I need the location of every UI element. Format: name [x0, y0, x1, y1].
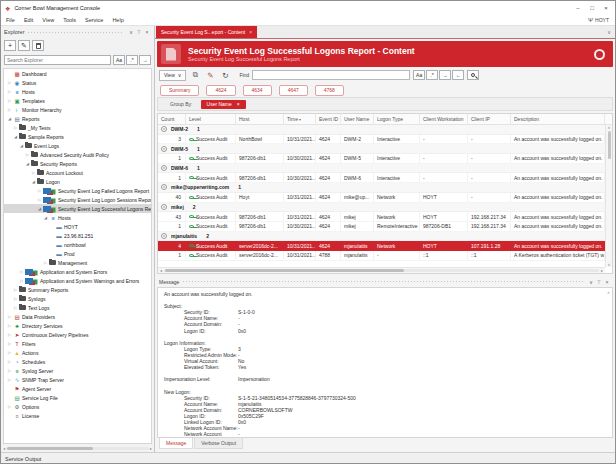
menu-view[interactable]: View [42, 17, 54, 23]
expander-icon[interactable]: ▷ [18, 269, 25, 274]
tree-item-agent-server[interactable]: ⚑Agent Server [4, 384, 151, 393]
table-row[interactable]: 1Success Audit987206-db110/30/2021...462… [158, 154, 605, 164]
tree-item-hosts[interactable]: ◢≡Hosts [4, 213, 151, 222]
add-button[interactable]: + [4, 40, 16, 51]
column-header-time[interactable]: Time ▾ [284, 114, 316, 124]
table-row[interactable]: 43Success Audit987206-db110/31/2021...46… [158, 212, 605, 222]
group-row-dwm-6[interactable]: ∧DWM-61 [158, 164, 605, 174]
menu-tools[interactable]: Tools [63, 17, 76, 23]
tree-item-prod[interactable]: ▬Prod [4, 249, 151, 258]
expander-icon[interactable]: ▷ [6, 314, 13, 319]
expander-icon[interactable]: ▷ [6, 341, 13, 346]
scroll-right-icon[interactable]: ▸ [150, 446, 152, 451]
chevron-down-icon[interactable]: ∨ [127, 29, 135, 35]
tree-item-my-tests[interactable]: ▷_My Tests [4, 123, 151, 132]
menu-help[interactable]: Help [112, 17, 123, 23]
search-button[interactable] [467, 70, 479, 80]
close-panel-icon[interactable]: × [143, 29, 151, 35]
tree-item-text-logs[interactable]: ▷Text Logs [4, 303, 151, 312]
view-dropdown[interactable]: View ∨ [159, 70, 186, 81]
scrollbar-thumb[interactable] [608, 131, 611, 159]
tree-item-hosts[interactable]: ▷≡Hosts [4, 87, 151, 96]
tree-item-snmp-trap-server[interactable]: ▷∿SNMP Trap Server [4, 375, 151, 384]
expander-icon[interactable]: ▷ [6, 359, 13, 364]
tree-item-security-event-log-failed-logons-report[interactable]: ▷Security Event Log Failed Logons Report [4, 186, 151, 195]
scrollbar-track[interactable] [164, 269, 599, 272]
collapse-group-icon[interactable]: ∧ [161, 204, 167, 210]
collapse-group-icon[interactable]: ∧ [161, 146, 167, 152]
tree-item-security-reports[interactable]: ◢Security Reports [4, 159, 151, 168]
close-button[interactable]: × [599, 5, 613, 11]
expander-icon[interactable]: ▷ [6, 98, 13, 103]
pin-icon[interactable]: ⊤ [595, 279, 603, 285]
close-panel-icon[interactable]: × [603, 279, 611, 285]
tree-item-security-event-log-logon-sessions-report[interactable]: ▷Security Event Log Logon Sessions Repor… [4, 195, 151, 204]
group-row-dwm-2[interactable]: ∧DWM-21 [158, 125, 605, 135]
copy-button[interactable]: ⧉ [189, 70, 201, 81]
tree-item-event-logs[interactable]: ◢Event Logs [4, 141, 151, 150]
delete-button[interactable] [32, 40, 44, 51]
expander-icon[interactable]: ▷ [6, 89, 13, 94]
tab-verbose-output[interactable]: Verbose Output [194, 438, 243, 449]
tab-close-icon[interactable]: × [249, 29, 252, 35]
chevron-down-icon[interactable]: ∨ [587, 279, 595, 285]
scrollbar-thumb[interactable] [165, 269, 404, 272]
expander-icon[interactable]: ▷ [42, 260, 49, 265]
tab-list-chevron-icon[interactable]: ∨ [607, 29, 611, 35]
column-header-user-name[interactable]: User Name [341, 114, 374, 124]
expander-icon[interactable]: ▷ [6, 80, 13, 85]
table-horizontal-scrollbar[interactable]: ◂ ▸ [158, 267, 605, 273]
collapse-group-icon[interactable]: ∧ [161, 233, 167, 239]
search-input[interactable] [4, 55, 111, 65]
expander-icon[interactable]: ◢ [30, 179, 37, 184]
group-row-mjanulaitis[interactable]: ∧mjanulaitis2 [158, 232, 605, 242]
tree-item-reports[interactable]: ◢▤Reports [4, 114, 151, 123]
expander-icon[interactable]: ◢ [36, 206, 43, 211]
remove-group-icon[interactable]: × [237, 101, 240, 107]
tree-item-advanced-security-audit-policy[interactable]: ▷Advanced Security Audit Policy [4, 150, 151, 159]
collapse-group-icon[interactable]: ∧ [161, 184, 167, 190]
tab-message[interactable]: Message [159, 438, 193, 449]
expander-icon[interactable]: ▷ [6, 323, 13, 328]
expander-icon[interactable]: ▷ [6, 350, 13, 355]
expander-icon[interactable]: ▷ [12, 305, 19, 310]
tree-item-templates[interactable]: ▷▣Templates [4, 96, 151, 105]
tree-item-23-96-81-251[interactable]: ▬23.96.81.251 [4, 231, 151, 240]
tree-item-data-providers[interactable]: ▷▤Data Providers [4, 312, 151, 321]
tree-item-sample-reports[interactable]: ◢Sample Reports [4, 132, 151, 141]
scrollbar-track[interactable] [6, 447, 149, 450]
expander-icon[interactable]: ▷ [6, 377, 13, 382]
expander-icon[interactable]: ◢ [18, 143, 25, 148]
column-header-count[interactable]: Count [158, 114, 186, 124]
refresh-button[interactable]: ↻ [219, 70, 231, 81]
expander-icon[interactable]: ◢ [12, 134, 19, 139]
column-header-logon-type[interactable]: Logon Type [374, 114, 420, 124]
expander-icon[interactable]: ▷ [12, 296, 19, 301]
edit-button[interactable]: ✎ [18, 40, 30, 51]
expander-icon[interactable]: ◢ [42, 215, 49, 220]
column-header-client-workstation[interactable]: Client Workstation [420, 114, 468, 124]
scrollbar-thumb[interactable] [7, 447, 93, 450]
scroll-right-icon[interactable]: ▸ [601, 268, 603, 273]
scroll-left-icon[interactable]: ◂ [160, 268, 162, 273]
expander-icon[interactable]: ▷ [24, 152, 31, 157]
scroll-up-icon[interactable]: ∧ [607, 290, 610, 295]
column-header-level[interactable]: Level [186, 114, 236, 124]
tree-item-options[interactable]: ▷⚙Options [4, 402, 151, 411]
group-row-mikej[interactable]: ∧mikej2 [158, 203, 605, 213]
expander-icon[interactable]: ▷ [6, 332, 13, 337]
column-header-description[interactable]: Description [511, 114, 605, 124]
tree-item-license[interactable]: ¤License [4, 411, 151, 420]
table-row[interactable]: 4Success Auditserver2016dc-2...10/31/202… [158, 241, 605, 251]
filter-button-4634[interactable]: 4634 [243, 85, 272, 96]
table-row[interactable]: 1Success Auditserver2016dc-2...10/31/202… [158, 251, 605, 261]
table-row[interactable]: 1Success Audit987206-db110/30/2021...462… [158, 173, 605, 183]
menu-edit[interactable]: Edit [24, 17, 33, 23]
tree-item-monitor-hierarchy[interactable]: ▷⊦Monitor Hierarchy [4, 105, 151, 114]
tree-item-continuous-delivery-pipelines[interactable]: ▷➤Continuous Delivery Pipelines [4, 330, 151, 339]
column-header-event-id[interactable]: Event ID [316, 114, 341, 124]
expander-icon[interactable]: ◢ [24, 161, 31, 166]
table-row[interactable]: 1Success Audit987206-db110/30/2021...462… [158, 222, 605, 232]
tree-item-hoyt[interactable]: ▬HOYT [4, 222, 151, 231]
tree-item-application-and-system-warnings-and-errors[interactable]: ▷Application and System Warnings and Err… [4, 276, 151, 285]
